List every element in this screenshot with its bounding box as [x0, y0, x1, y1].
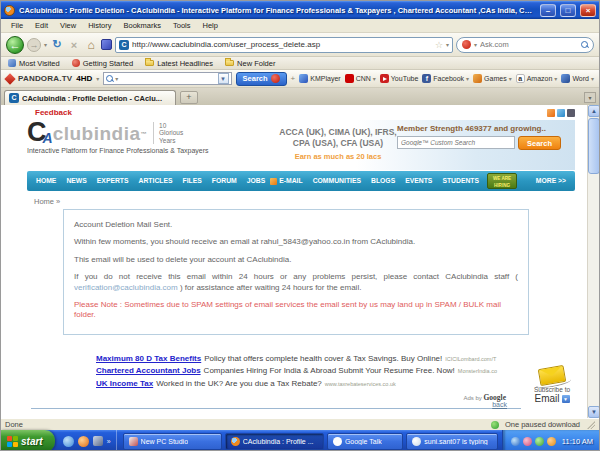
toolbar-add-icon[interactable]: +: [291, 74, 296, 83]
stop-button[interactable]: ×: [67, 39, 81, 51]
back-link[interactable]: back: [492, 401, 507, 408]
menu-help[interactable]: Help: [197, 20, 224, 31]
nav-experts[interactable]: EXPERTS: [92, 171, 134, 191]
tab-caclubindia[interactable]: C CAclubindia : Profile Deletion - CAclu…: [4, 90, 176, 105]
nav-students[interactable]: STUDENTS: [437, 171, 484, 191]
menu-file[interactable]: File: [5, 20, 29, 31]
menu-view[interactable]: View: [54, 20, 82, 31]
toolbar-item-cnn[interactable]: CNN ▾: [345, 74, 376, 83]
start-button[interactable]: start: [1, 430, 55, 451]
nav-jobs[interactable]: JOBS: [242, 171, 271, 191]
ask-community-toolbar: PANDORA.TV 4HD ▾ ▾ ▼ Search + KMPlayer C…: [1, 70, 599, 88]
toolbar-search-field[interactable]: ▾ ▼: [103, 72, 231, 85]
tray-volume-icon[interactable]: [523, 437, 532, 446]
menu-edit[interactable]: Edit: [29, 20, 54, 31]
nav-news[interactable]: NEWS: [61, 171, 91, 191]
nav-email[interactable]: E-MAIL: [274, 171, 307, 191]
vertical-scrollbar[interactable]: ▲ ▼: [587, 105, 599, 418]
nav-communities[interactable]: COMMUNITIES: [308, 171, 366, 191]
bookmark-latest-headlines[interactable]: Latest Headlines: [145, 59, 213, 68]
minimize-button[interactable]: –: [540, 4, 556, 17]
quick-launch-desktop-icon[interactable]: [93, 436, 103, 446]
toolbar-item-word[interactable]: Word ▾: [561, 74, 594, 83]
home-button[interactable]: ⌂: [84, 38, 98, 52]
addon-button[interactable]: [101, 39, 112, 50]
toolbar-item-amazon[interactable]: a Amazon ▾: [516, 74, 558, 83]
earn-line[interactable]: Earn as much as 20 lacs: [252, 152, 424, 161]
download-status-text[interactable]: One paused download: [505, 420, 580, 429]
we-are-hiring-badge[interactable]: WE ARE HIRING: [487, 173, 517, 189]
scrollbar-thumb[interactable]: [588, 118, 599, 174]
menu-tools[interactable]: Tools: [167, 20, 197, 31]
site-search-input[interactable]: [397, 136, 515, 149]
search-magnifier-icon[interactable]: [581, 41, 588, 48]
verification-email-link[interactable]: verification@caclubindia.com: [74, 283, 178, 292]
bookmark-getting-started[interactable]: Getting Started: [72, 59, 133, 68]
browser-search-input[interactable]: [480, 40, 578, 49]
toolbar-item-youtube[interactable]: YouTube: [380, 74, 419, 83]
bookmark-icon[interactable]: [567, 109, 575, 117]
nav-files[interactable]: FILES: [178, 171, 207, 191]
quick-launch-overflow-icon[interactable]: »: [107, 438, 111, 445]
feedback-link[interactable]: Feedback: [35, 108, 72, 117]
engine-dropdown-icon[interactable]: ▾: [474, 41, 477, 48]
tray-download-icon[interactable]: [547, 437, 556, 446]
quick-launch-firefox-icon[interactable]: [78, 436, 89, 447]
chevron-down-icon: ▾: [509, 75, 512, 82]
nav-events[interactable]: EVENTS: [400, 171, 437, 191]
nav-blogs[interactable]: BLOGS: [366, 171, 400, 191]
toolbar-item-facebook[interactable]: f Facebook ▾: [422, 74, 469, 83]
maximize-button[interactable]: □: [560, 4, 576, 17]
menu-bookmarks[interactable]: Bookmarks: [118, 20, 168, 31]
scroll-up-arrow[interactable]: ▲: [588, 105, 599, 117]
nav-home[interactable]: HOME: [31, 171, 61, 191]
taskbar-window-newpcstudio[interactable]: New PC Studio: [123, 433, 222, 450]
download-status-icon[interactable]: [491, 421, 499, 429]
ads-by-google[interactable]: Ads by Google: [96, 393, 508, 402]
taskbar-window-chat-typing[interactable]: suni.sant07 is typing: [406, 433, 498, 450]
close-button[interactable]: ×: [580, 4, 596, 17]
nav-more[interactable]: MORE >>: [531, 171, 571, 191]
site-header: C A clubindia™ 10 Glorious Years Interac…: [27, 120, 575, 170]
reload-button[interactable]: ↻: [50, 38, 64, 51]
site-search-button[interactable]: Search: [518, 136, 561, 150]
twitter-icon[interactable]: [557, 109, 565, 117]
breadcrumb[interactable]: Home »: [34, 197, 60, 206]
toolbar-item-kmplayer[interactable]: KMPlayer: [299, 74, 340, 83]
tray-messenger-icon[interactable]: [511, 437, 520, 446]
pandora-brand[interactable]: PANDORA.TV: [18, 74, 72, 83]
site-logo[interactable]: C A clubindia™ 10 Glorious Years Interac…: [27, 120, 237, 154]
toolbar-search-dropdown[interactable]: ▾: [115, 75, 118, 82]
toolbar-combo-arrow[interactable]: ▼: [218, 73, 229, 84]
menu-history[interactable]: History: [82, 20, 117, 31]
rss-icon[interactable]: [547, 109, 555, 117]
back-button[interactable]: ←: [6, 36, 24, 54]
tray-antivirus-icon[interactable]: [535, 437, 544, 446]
url-input[interactable]: [132, 40, 432, 49]
url-bar[interactable]: C ☆ ▾: [115, 37, 453, 53]
taskbar-window-googletalk[interactable]: Google Talk: [327, 433, 403, 450]
toolbar-item-games[interactable]: Games ▾: [473, 74, 512, 83]
url-dropdown-icon[interactable]: ▾: [446, 41, 449, 48]
history-dropdown-icon[interactable]: ▾: [44, 41, 47, 48]
browser-search-box[interactable]: ▾: [456, 37, 594, 53]
pandora-dropdown-icon[interactable]: ▾: [96, 75, 99, 82]
subscribe-widget[interactable]: Subscribe to Email▼: [521, 367, 583, 404]
taskbar-window-caclubindia[interactable]: CAclubindia : Profile ...: [225, 433, 324, 450]
bookmark-most-visited[interactable]: Most Visited: [8, 59, 60, 68]
nav-articles[interactable]: ARTICLES: [134, 171, 178, 191]
bookmark-star-icon[interactable]: ☆: [435, 40, 443, 50]
toolbar-search-button[interactable]: Search: [236, 72, 287, 86]
new-tab-button[interactable]: +: [180, 91, 198, 104]
subscribe-dropdown-icon[interactable]: ▼: [562, 395, 570, 403]
forward-button[interactable]: →: [27, 38, 41, 52]
ad-link[interactable]: UK Income Tax: [96, 379, 153, 388]
quick-launch-messenger-icon[interactable]: [63, 436, 74, 447]
bookmark-new-folder[interactable]: New Folder: [225, 59, 275, 68]
ad-link[interactable]: Maximum 80 D Tax Benefits: [96, 354, 201, 363]
ad-link[interactable]: Chartered Accountant Jobs: [96, 366, 201, 375]
nav-forum[interactable]: FORUM: [207, 171, 242, 191]
list-all-tabs-button[interactable]: ▾: [584, 92, 596, 103]
resize-grip[interactable]: [586, 420, 595, 429]
scroll-down-arrow[interactable]: ▼: [588, 406, 599, 418]
